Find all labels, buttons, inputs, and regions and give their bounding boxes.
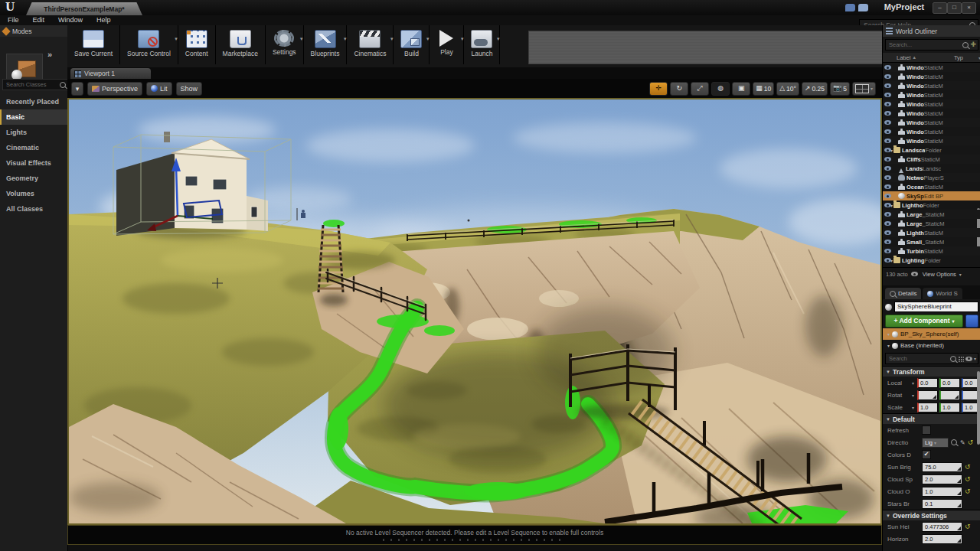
number-field[interactable]: 0.477306 [922, 522, 962, 532]
component-row[interactable]: ▾ Base (Inherited) [883, 340, 980, 351]
actor-type[interactable]: StaticM [924, 73, 943, 80]
outliner-row[interactable]: ▾ Netwo PlayerS [883, 173, 980, 182]
visibility-eye-icon[interactable] [884, 221, 891, 226]
visibility-eye-icon[interactable] [884, 157, 891, 161]
modes-category-item[interactable]: Volumes [0, 186, 67, 201]
visibility-eye-icon[interactable] [884, 240, 891, 244]
actor-type[interactable]: StaticM [924, 92, 943, 99]
number-field[interactable]: 1.0 [922, 487, 962, 497]
label-column-header[interactable]: Label [883, 54, 910, 61]
menu-item[interactable]: File [8, 15, 19, 25]
visibility-eye-icon[interactable] [884, 212, 891, 217]
actor-type[interactable]: StaticM [925, 239, 944, 246]
visibility-eye-icon[interactable] [884, 120, 891, 125]
visibility-eye-icon[interactable] [884, 184, 891, 189]
visibility-eye-icon[interactable] [884, 166, 891, 171]
actor-type[interactable]: StaticM [924, 83, 943, 90]
maximize-button[interactable]: □ [947, 2, 962, 14]
visibility-eye-icon[interactable] [884, 111, 891, 116]
number-field[interactable]: 0.1 [922, 499, 962, 509]
viewport-options-button[interactable]: ▾ [71, 82, 83, 96]
checkbox[interactable] [922, 450, 931, 459]
outliner-row[interactable]: ▾ Windo StaticM [883, 127, 980, 136]
toolbar-button[interactable]: Content ▾ [181, 28, 212, 57]
visibility-eye-icon[interactable] [884, 65, 891, 70]
toolbar-button[interactable]: Marketplace ▾ [219, 28, 262, 57]
visibility-eye-icon[interactable] [884, 74, 891, 79]
visibility-eye-icon[interactable] [884, 230, 891, 235]
dropdown[interactable]: Lig▾ [922, 438, 949, 448]
close-button[interactable]: × [962, 2, 976, 14]
toolbar-button[interactable]: Source Control ▾ [123, 28, 175, 57]
actor-type[interactable]: StaticM [924, 64, 943, 71]
location-label[interactable]: Local [887, 380, 910, 386]
reset-to-default-icon[interactable]: ↺ [965, 476, 971, 483]
outliner-row[interactable]: ▾ Windo StaticM [883, 72, 980, 81]
modes-category-item[interactable]: Cinematic [0, 140, 67, 155]
location-y-field[interactable]: 0.0 [939, 378, 960, 388]
modes-header[interactable]: Modes [0, 25, 67, 37]
outliner-row[interactable]: ▾ Large_ StaticM [883, 210, 980, 219]
actor-type[interactable]: StaticM [924, 129, 943, 135]
outliner-row[interactable]: ▾ Large_ StaticM [883, 219, 980, 228]
toolbar-button[interactable]: Launch ▾ [467, 28, 496, 57]
search-classes-input[interactable] [5, 80, 60, 89]
actor-type[interactable]: Folder [925, 257, 941, 264]
number-field[interactable]: 2.0 [922, 474, 962, 484]
actor-type[interactable]: StaticM [924, 184, 943, 191]
outliner-row[interactable]: ▾ Turbin StaticM [883, 246, 980, 256]
actor-name-field[interactable]: SkySphereBlueprint [894, 302, 978, 312]
visibility-eye-icon[interactable] [884, 139, 891, 143]
actor-type[interactable]: PlayerS [924, 174, 944, 181]
visibility-eye-icon[interactable] [884, 203, 891, 207]
actor-type[interactable]: StaticM [924, 138, 943, 145]
outliner-row[interactable]: ▾ Landsca Folder [883, 145, 980, 155]
visibility-eye-icon[interactable] [884, 148, 891, 152]
menu-item[interactable]: Help [96, 15, 111, 25]
details-scrollbar[interactable] [977, 371, 980, 445]
chevron-down-icon[interactable]: ▾ [426, 36, 430, 42]
component-row[interactable]: ▾ BP_Sky_Sphere(self) [883, 328, 980, 340]
actor-type[interactable]: Folder [925, 147, 941, 154]
outliner-row[interactable]: ▾ Lands Landsc [883, 164, 980, 173]
actor-type[interactable]: StaticM [926, 220, 945, 227]
visibility-eye-icon[interactable] [884, 93, 891, 97]
section-default[interactable]: ▼ Default [883, 413, 980, 424]
details-search-input[interactable] [887, 354, 949, 363]
toolbar-button[interactable]: Save Current ▾ [70, 28, 116, 57]
modes-category-item[interactable]: Basic [0, 109, 67, 125]
chevron-down-icon[interactable]: ▾ [461, 36, 464, 42]
grid-snap-button[interactable]: ▦10 [753, 82, 774, 96]
viewport-layout-button[interactable]: ▾ [852, 82, 876, 96]
outliner-row[interactable]: ▾ Windo StaticM [883, 81, 980, 90]
reset-to-default-icon[interactable]: ↺ [965, 523, 971, 530]
view-options-button[interactable]: View Options [923, 271, 956, 278]
visibility-eye-icon[interactable] [884, 129, 891, 134]
reset-to-default-icon[interactable]: ↺ [965, 464, 971, 471]
modes-category-item[interactable]: Geometry [0, 171, 67, 186]
actor-type[interactable]: Folder [923, 202, 939, 209]
toolbar-button[interactable]: Cinematics ▾ [350, 28, 390, 57]
add-filter-icon[interactable]: ✚ [970, 41, 976, 48]
visibility-eye-icon[interactable] [884, 194, 891, 198]
chevron-down-icon[interactable]: ▾ [344, 36, 347, 42]
viewport-tab[interactable]: Viewport 1 [70, 68, 151, 79]
visibility-eye-icon[interactable] [884, 249, 891, 253]
level-tab[interactable]: ThirdPersonExampleMap* [26, 2, 142, 15]
modes-category-item[interactable]: Lights [0, 125, 67, 140]
scale-label[interactable]: Scale [887, 404, 910, 411]
toolbar-button[interactable]: Build ▾ [397, 28, 426, 57]
outliner-row[interactable]: ▾ Windo StaticM [883, 109, 980, 118]
visibility-eye-icon[interactable] [884, 175, 891, 180]
actor-type[interactable]: StaticM [924, 119, 943, 126]
checkbox[interactable] [922, 425, 931, 435]
visibility-eye-icon[interactable] [884, 258, 891, 262]
scale-snap-button[interactable]: ↗0.25 [802, 82, 828, 96]
rotate-tool-button[interactable]: ↻ [670, 82, 688, 96]
actor-type[interactable]: StaticM [921, 156, 940, 163]
camera-speed-button[interactable]: 📷5 [830, 82, 850, 96]
edit-blueprint-button[interactable] [965, 315, 978, 328]
reset-to-default-icon[interactable]: ↺ [965, 488, 971, 495]
rotation-x-field[interactable] [917, 390, 938, 400]
outliner-row[interactable]: ▾ Small_ StaticM [883, 237, 980, 246]
